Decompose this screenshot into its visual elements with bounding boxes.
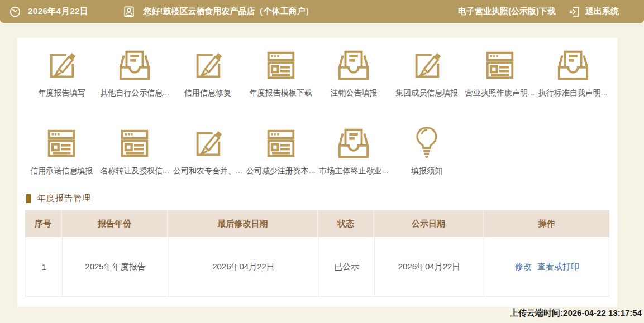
shortcut-label: 集团成员信息填报: [395, 88, 458, 98]
section-bar-icon: [26, 194, 31, 203]
row-index: 1: [26, 237, 63, 296]
inbox-icon: [336, 48, 371, 83]
main-panel: 年度报告填写 其他自行公示信息... 信用信息修复 年度报告模板下载 注销公告填…: [17, 38, 617, 307]
shortcut-other-self-publicity[interactable]: 其他自行公示信息...: [98, 48, 171, 98]
bulb-icon: [409, 126, 444, 161]
shortcut-label: 填报须知: [411, 166, 442, 176]
shortcut-label: 其他自行公示信息...: [100, 88, 169, 98]
logout-button[interactable]: 退出系统: [568, 6, 619, 18]
clock-icon: [9, 6, 21, 18]
shortcut-label: 营业执照作废声明...: [465, 88, 535, 98]
shortcut-label: 信用信息修复: [184, 88, 231, 98]
greeting-group: 您好!鼓楼区云栖食用农产品店（个体工商户）: [123, 6, 313, 18]
date-group: 2026年4月22日: [9, 6, 88, 18]
annual-report-table: 序号 报告年份 最后修改日期 状态 公示日期 操作 1 2025年年度报告 20…: [25, 210, 609, 297]
edit-icon: [190, 48, 225, 83]
section-header: 年度报告管理: [26, 193, 609, 204]
col-header-last-modified: 最后修改日期: [168, 210, 318, 237]
shortcut-credit-commitment[interactable]: 信用承诺信息填报: [25, 126, 98, 176]
logout-label: 退出系统: [585, 6, 619, 17]
browser-icon: [117, 126, 152, 161]
shortcut-label: 信用承诺信息填报: [30, 166, 93, 176]
view-or-print-link[interactable]: 查看或打印: [537, 262, 579, 272]
col-header-actions: 操作: [484, 210, 609, 237]
shortcut-label: 年度报告模板下载: [250, 88, 312, 98]
shortcut-label: 注销公告填报: [330, 88, 377, 98]
col-header-report-year: 报告年份: [62, 210, 168, 237]
shortcut-group-member-info[interactable]: 集团成员信息填报: [390, 48, 464, 98]
row-actions: 修改 查看或打印: [484, 237, 610, 296]
shortcut-standard-self-declaration[interactable]: 执行标准自我声明...: [536, 48, 609, 98]
browser-icon: [44, 126, 79, 161]
section-title: 年度报告管理: [37, 193, 91, 204]
shortcut-name-transfer-authorization[interactable]: 名称转让及授权信...: [98, 126, 171, 176]
exit-icon: [568, 6, 580, 18]
shortcut-capital-reduction[interactable]: 公司减少注册资本...: [244, 126, 317, 176]
inbox-icon: [336, 126, 371, 161]
shortcut-label: 执行标准自我声明...: [538, 88, 608, 98]
browser-icon: [264, 126, 298, 161]
edit-icon: [409, 48, 444, 83]
shortcut-filing-instructions[interactable]: 填报须知: [390, 126, 464, 176]
edit-icon: [44, 48, 79, 83]
shortcut-annual-report-template-download[interactable]: 年度报告模板下载: [244, 48, 317, 98]
col-header-index: 序号: [25, 210, 62, 237]
shortcut-label: 市场主体终止歇业...: [319, 166, 389, 176]
row-status: 已公示: [319, 237, 375, 296]
browser-icon: [264, 48, 298, 83]
row-report-year: 2025年年度报告: [63, 237, 169, 296]
shortcut-label: 年度报告填写: [38, 88, 85, 98]
shortcut-label: 公司减少注册资本...: [246, 166, 316, 176]
license-download-link[interactable]: 电子营业执照(公示版)下载: [458, 6, 556, 17]
greeting-text: 您好!鼓楼区云栖食用农产品店（个体工商户）: [143, 6, 313, 17]
shortcut-deregistration-notice[interactable]: 注销公告填报: [317, 48, 390, 98]
shortcut-label: 公司和农专合并、...: [173, 166, 242, 176]
topbar: 2026年4月22日 您好!鼓楼区云栖食用农产品店（个体工商户） 电子营业执照(…: [0, 0, 644, 23]
table-row: 1 2025年年度报告 2026年04月22日 已公示 2026年04月22日 …: [25, 237, 609, 297]
inbox-icon: [556, 48, 590, 83]
shortcut-label: 名称转让及授权信...: [100, 166, 169, 176]
user-badge-icon: [123, 6, 135, 18]
inbox-icon: [117, 48, 152, 83]
row-publish-date: 2026年04月22日: [375, 237, 484, 296]
col-header-publish-date: 公示日期: [374, 210, 484, 237]
edit-icon: [190, 126, 225, 161]
current-date: 2026年4月22日: [28, 6, 88, 17]
shortcut-business-termination[interactable]: 市场主体终止歇业...: [317, 126, 390, 176]
browser-icon: [483, 48, 517, 83]
col-header-status: 状态: [318, 210, 374, 237]
shortcut-credit-repair[interactable]: 信用信息修复: [171, 48, 245, 98]
upload-time-text: 上传云端时间:2026-04-22 13:17:54: [510, 308, 642, 319]
table-header-row: 序号 报告年份 最后修改日期 状态 公示日期 操作: [25, 210, 609, 237]
modify-link[interactable]: 修改: [515, 262, 532, 272]
shortcut-license-void-statement[interactable]: 营业执照作废声明...: [464, 48, 537, 98]
shortcut-annual-report-fill[interactable]: 年度报告填写: [25, 48, 98, 98]
row-last-modified: 2026年04月22日: [169, 237, 319, 296]
shortcut-company-merger[interactable]: 公司和农专合并、...: [171, 126, 245, 176]
shortcut-grid: 年度报告填写 其他自行公示信息... 信用信息修复 年度报告模板下载 注销公告填…: [25, 48, 609, 176]
